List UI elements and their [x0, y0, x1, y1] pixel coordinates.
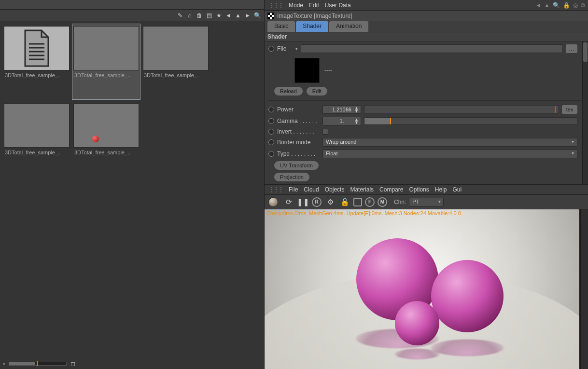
browser-toolbar: ✎ ⌂ 🗑 ▤ ★ ◄ ▲ ► 🔍: [0, 10, 264, 21]
mask-icon[interactable]: M: [378, 197, 387, 207]
content-browser: ✎ ⌂ 🗑 ▤ ★ ◄ ▲ ► 🔍 3DTotal_free_sample_..…: [0, 0, 265, 369]
trash-icon[interactable]: 🗑: [196, 12, 203, 19]
grip-icon[interactable]: ⋮⋮⋮: [268, 2, 283, 9]
view-small-icon[interactable]: ▫: [3, 360, 5, 367]
new-window-icon[interactable]: ⧉: [581, 2, 585, 9]
section-shader: Shader: [265, 32, 588, 41]
pause-icon[interactable]: ❚❚: [297, 196, 309, 208]
anim-dot[interactable]: [268, 118, 274, 124]
view-large-icon[interactable]: ◻: [70, 360, 75, 367]
refresh-icon[interactable]: ⟳: [283, 196, 294, 208]
file-label: File: [277, 45, 293, 52]
search-icon[interactable]: 🔍: [553, 2, 560, 9]
menu-objects[interactable]: Objects: [325, 186, 345, 193]
browser-item-label: 3DTotal_free_sample_..: [4, 148, 70, 157]
anim-dot[interactable]: [268, 107, 274, 112]
channel-dropdown[interactable]: PT: [409, 198, 444, 206]
anim-dot[interactable]: [268, 139, 274, 145]
browser-item[interactable]: 3DTotal_free_sample_..: [72, 101, 140, 177]
tab-basic[interactable]: Basic: [267, 21, 295, 32]
border-mode-dropdown[interactable]: Wrap around: [322, 138, 577, 147]
anim-dot[interactable]: [268, 129, 274, 135]
render-viewport[interactable]: Check:0ms./2ms. MeshGen:4ms. Update[E]:0…: [265, 209, 588, 369]
menu-help[interactable]: Help: [435, 186, 447, 193]
lock-icon[interactable]: 🔓: [339, 196, 350, 208]
tab-shader[interactable]: Shader: [296, 21, 328, 32]
menu-cloud[interactable]: Cloud: [304, 186, 319, 193]
texture-preview[interactable]: [294, 58, 320, 83]
browser-item-label: 3DTotal_free_sample_..: [4, 70, 70, 80]
type-label: Type . . . . . . . .: [277, 150, 320, 157]
render-status: Check:0ms./2ms. MeshGen:4ms. Update[E]:0…: [266, 210, 461, 216]
power-slider[interactable]: [364, 106, 559, 113]
power-value[interactable]: 1.21066▲▼: [322, 105, 361, 114]
nav-up-icon[interactable]: ▲: [544, 2, 550, 9]
menu-file[interactable]: File: [289, 186, 298, 193]
nav-back-icon[interactable]: ◄: [535, 2, 541, 9]
browser-item[interactable]: 3DTotal_free_sample_..: [142, 24, 210, 99]
region-icon[interactable]: R: [312, 197, 322, 207]
border-label: Border mode: [277, 139, 320, 146]
gear-icon[interactable]: ⚙: [324, 196, 336, 208]
home-icon[interactable]: ⌂: [186, 12, 194, 19]
grip-icon[interactable]: ⋮⋮⋮: [268, 186, 283, 193]
tab-animation[interactable]: Animation: [329, 21, 368, 32]
menu-gui[interactable]: Gui: [452, 186, 462, 193]
focus-icon[interactable]: F: [365, 197, 375, 207]
shader-properties: File ▾ … ---- Reload Edit Power 1.21066▲…: [265, 41, 588, 184]
browser-item[interactable]: 3DTotal_free_sample_..: [3, 101, 70, 177]
menu-userdata[interactable]: User Data: [325, 2, 351, 9]
attribute-menubar: ⋮⋮⋮ Mode Edit User Data ◄ ▲ 🔍 🔒 ◎ ⧉: [265, 0, 588, 11]
uv-transform-button[interactable]: UV Transform: [274, 161, 319, 170]
menu-compare[interactable]: Compare: [379, 186, 403, 193]
gamma-value[interactable]: 1.▲▼: [322, 117, 361, 125]
right-panel: ⋮⋮⋮ Mode Edit User Data ◄ ▲ 🔍 🔒 ◎ ⧉ Imag…: [265, 0, 588, 369]
menu-edit[interactable]: Edit: [309, 2, 319, 9]
menu-mode[interactable]: Mode: [289, 2, 303, 9]
file-browse-button[interactable]: …: [566, 44, 577, 53]
node-header: ImageTexture [ImageTexture]: [265, 11, 588, 21]
reload-button[interactable]: Reload: [274, 87, 303, 96]
frame-icon[interactable]: [353, 198, 362, 206]
invert-label: Invert . . . . . . .: [277, 128, 320, 135]
file-path-field[interactable]: [301, 44, 563, 53]
projection-button[interactable]: Projection: [274, 173, 309, 181]
type-dropdown[interactable]: Float: [322, 150, 577, 158]
nav-up-icon[interactable]: ▲: [234, 12, 242, 19]
edit-button[interactable]: Edit: [307, 87, 327, 96]
edit-icon[interactable]: ✎: [176, 12, 184, 19]
menu-materials[interactable]: Materials: [350, 186, 374, 193]
render-sphere: [431, 260, 504, 332]
render-sphere: [395, 301, 439, 345]
browser-item-label: 3DTotal_free_sample_..: [143, 70, 209, 80]
browser-item[interactable]: 3DTotal_free_sample_..: [72, 24, 140, 99]
lock-icon[interactable]: 🔒: [563, 2, 570, 9]
menu-options[interactable]: Options: [409, 186, 429, 193]
material-preview-icon[interactable]: [268, 197, 278, 207]
document-icon: [4, 26, 70, 70]
props-scrollbar[interactable]: [582, 41, 588, 184]
book-icon[interactable]: ▤: [205, 12, 213, 19]
power-tex-button[interactable]: tex: [562, 105, 577, 114]
nav-right-icon[interactable]: ►: [244, 12, 252, 19]
render-frame: [265, 209, 579, 369]
nav-left-icon[interactable]: ◄: [224, 12, 232, 19]
browser-item[interactable]: 3DTotal_free_sample_..: [3, 24, 70, 99]
search-icon[interactable]: 🔍: [253, 12, 261, 19]
viewport-menubar: ⋮⋮⋮ File Cloud Objects Materials Compare…: [265, 184, 588, 195]
browser-item-label: 3DTotal_free_sample_..: [73, 70, 139, 80]
chevron-down-icon[interactable]: ▾: [295, 46, 298, 51]
star-icon[interactable]: ★: [215, 12, 223, 19]
property-tabs: Basic Shader Animation: [265, 21, 588, 32]
thumb-size-slider[interactable]: [9, 362, 67, 366]
anim-dot[interactable]: [268, 46, 274, 52]
target-icon[interactable]: ◎: [573, 2, 578, 9]
viewport-toolbar: ✱ ⟳ ❚❚ R ⚙ 🔓 F M Chn: PT: [265, 195, 588, 209]
anim-dot[interactable]: [268, 151, 274, 157]
thumbnail-image: [73, 26, 139, 70]
gamma-slider[interactable]: [364, 117, 577, 125]
viewport-scrollbar[interactable]: [581, 209, 588, 369]
browser-titlebar: [0, 0, 264, 10]
power-label: Power: [277, 106, 320, 113]
invert-checkbox[interactable]: [322, 129, 328, 135]
